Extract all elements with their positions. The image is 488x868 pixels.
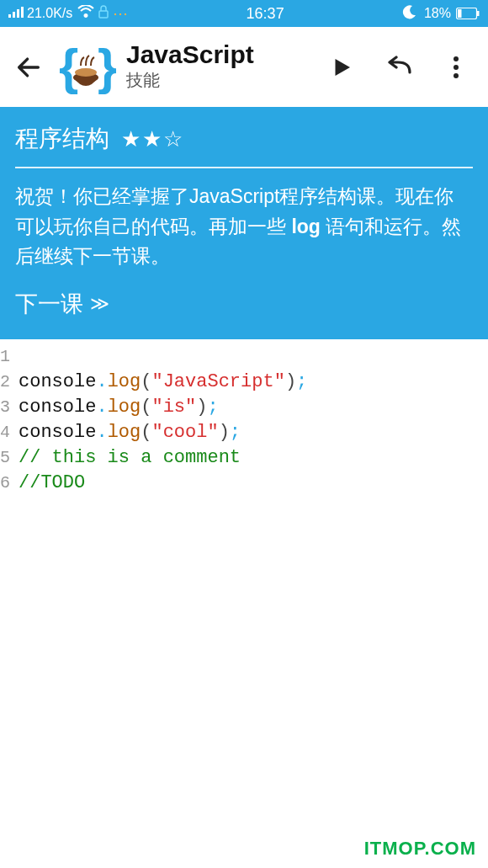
line-number: 2	[0, 370, 15, 395]
svg-point-4	[84, 14, 88, 18]
svg-rect-0	[8, 14, 11, 18]
svg-point-15	[454, 73, 459, 78]
code-line: 4console.log("cool");	[0, 420, 488, 445]
code-content: // this is a comment	[15, 445, 241, 471]
svg-point-14	[454, 65, 459, 70]
app-title: JavaScript	[126, 42, 305, 67]
svg-rect-1	[13, 12, 15, 18]
lesson-header: 程序结构 ★★☆	[15, 123, 473, 155]
code-content: //TODO	[15, 471, 85, 496]
svg-rect-2	[17, 9, 19, 18]
network-speed: 21.0K/s	[27, 6, 72, 21]
overflow-menu-button[interactable]	[436, 47, 476, 88]
code-line: 5// this is a comment	[0, 445, 488, 471]
lesson-panel: 程序结构 ★★☆ 祝贺！你已经掌握了JavaScript程序结构课。现在你可以玩…	[0, 108, 488, 339]
code-line: 2console.log("JavaScript");	[0, 370, 488, 395]
svg-rect-3	[21, 7, 24, 18]
lesson-body-bold: log	[291, 216, 321, 237]
status-left: 21.0K/s ⋯	[8, 4, 128, 23]
wifi-icon	[77, 5, 94, 22]
lesson-stars: ★★☆	[121, 126, 184, 152]
status-right: 18%	[402, 4, 480, 23]
lesson-body: 祝贺！你已经掌握了JavaScript程序结构课。现在你可以玩你自己的代码。再加…	[15, 182, 473, 272]
code-content	[15, 344, 19, 370]
more-icon: ⋯	[113, 4, 128, 23]
svg-text:}: }	[98, 39, 116, 95]
battery-percent: 18%	[424, 6, 451, 21]
status-time: 16:37	[128, 5, 402, 23]
svg-rect-5	[99, 11, 108, 18]
code-editor[interactable]: 12console.log("JavaScript");3console.log…	[0, 339, 488, 496]
line-number: 6	[0, 471, 15, 496]
code-line: 6//TODO	[0, 471, 488, 496]
moon-icon	[402, 4, 417, 23]
app-title-block: JavaScript 技能	[123, 42, 305, 92]
code-line: 1	[0, 344, 488, 370]
svg-rect-7	[477, 11, 480, 16]
lock-icon	[98, 5, 109, 22]
code-content: console.log("JavaScript");	[15, 370, 307, 395]
svg-point-12	[75, 68, 97, 77]
run-button[interactable]	[321, 47, 362, 88]
app-bar: { } JavaScript 技能	[0, 27, 488, 108]
undo-button[interactable]	[379, 47, 419, 88]
line-number: 4	[0, 420, 15, 445]
app-logo: { }	[56, 37, 116, 98]
svg-point-13	[454, 56, 459, 61]
svg-rect-8	[458, 9, 462, 18]
app-subtitle: 技能	[126, 69, 305, 92]
battery-icon	[456, 8, 480, 19]
lesson-divider	[15, 167, 473, 168]
line-number: 5	[0, 445, 15, 471]
chevron-double-right-icon: ≫	[90, 293, 106, 315]
next-lesson-label: 下一课	[15, 289, 83, 319]
code-content: console.log("is");	[15, 395, 219, 420]
status-bar: 21.0K/s ⋯ 16:37 18%	[0, 0, 488, 27]
back-button[interactable]	[12, 51, 45, 84]
line-number: 3	[0, 395, 15, 420]
svg-text:{: {	[59, 39, 78, 95]
line-number: 1	[0, 344, 15, 370]
watermark: ITMOP.COM	[364, 838, 476, 860]
code-line: 3console.log("is");	[0, 395, 488, 420]
lesson-title: 程序结构	[15, 123, 109, 155]
next-lesson-link[interactable]: 下一课 ≫	[15, 289, 473, 319]
signal-icon	[8, 6, 24, 21]
code-content: console.log("cool");	[15, 420, 241, 445]
